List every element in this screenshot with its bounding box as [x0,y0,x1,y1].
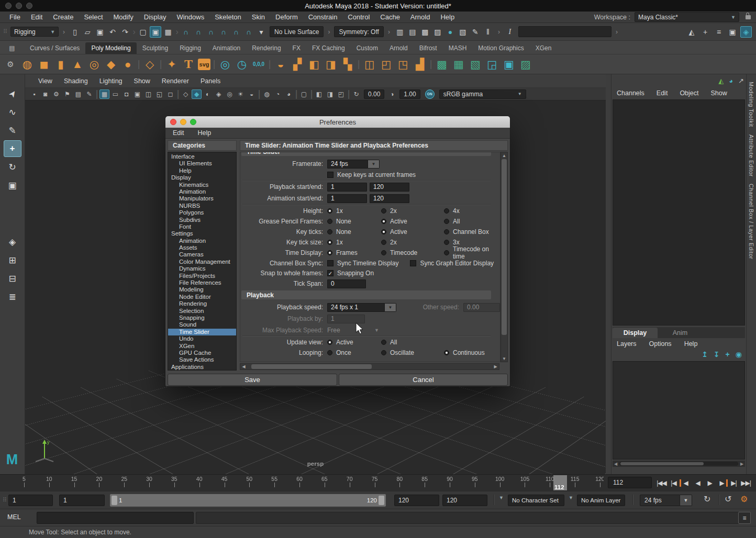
panel-menu-item[interactable]: Renderer [156,77,195,85]
symmetry-field[interactable]: Symmetry: Off [334,26,383,37]
radio-option[interactable]: Channel Box [444,228,500,236]
render-settings-icon[interactable]: ▨ [432,26,443,38]
play-backwards-button[interactable]: ◀ [692,479,704,487]
exposure-icon[interactable]: ↻ [351,89,361,99]
time-tick[interactable]: 85 [412,475,437,491]
colorspace-dropdown[interactable]: sRGB gamma ▼ [439,89,526,99]
panel-menu-item[interactable]: Shading [58,77,94,85]
field-chart-icon[interactable]: ◫ [143,89,153,99]
snapping-on-checkbox[interactable]: ✓ [327,270,333,276]
cancel-button[interactable]: Cancel [339,374,508,386]
move-tool-icon[interactable]: + [4,140,21,157]
shelf-tab[interactable]: Rigging [174,42,207,54]
shadows-icon[interactable]: ◒ [247,89,257,99]
time-tick[interactable]: 100 [487,475,513,491]
poly-cylinder-icon[interactable]: ▮ [53,57,68,72]
window-controls[interactable] [5,3,32,9]
chevron-down-icon[interactable]: ▼ [499,495,504,500]
category-item[interactable]: Dynamics [168,265,236,272]
playback-start-field[interactable]: 1 [327,183,367,192]
scroll-left-icon[interactable]: ◀ [613,462,619,466]
tab-channel-box-layer-editor[interactable]: Channel Box / Layer Editor [748,184,754,259]
shelf-tab[interactable]: FX [287,42,306,54]
go-to-start-button[interactable]: |◀◀ [655,479,668,487]
character-controls-icon[interactable]: + [699,26,711,38]
panel-menu-item[interactable]: View [32,77,58,85]
time-tick[interactable]: 10 [37,475,62,491]
quad-draw-icon[interactable]: ▩ [435,57,449,72]
pause-icon[interactable]: ‖ [482,26,494,38]
poly-star-icon[interactable]: ✦ [164,57,179,72]
radio-option[interactable]: Continuous [444,349,500,356]
grid-icon[interactable]: ▦ [99,89,109,99]
shelf-tab[interactable]: Motion Graphics [472,42,529,54]
radio-option[interactable]: Oscillate [381,349,444,356]
tab-attribute-editor[interactable]: Attribute Editor [748,134,754,177]
category-item[interactable]: Save Actions [168,356,236,363]
step-forward-frame-button[interactable]: ▶| [728,479,740,487]
film-gate-icon[interactable]: ▭ [110,89,120,99]
paint-effects-icon[interactable]: ✎ [470,26,481,38]
radio-option[interactable]: None [327,218,381,225]
snap-to-view-plane-icon[interactable]: ∩ [230,26,242,38]
radio-option[interactable]: All [381,339,444,346]
scroll-left-icon[interactable]: ◀ [240,364,247,369]
time-tick[interactable]: 35 [162,475,187,491]
select-component-icon[interactable]: ▦ [162,26,174,38]
separator[interactable]: | [347,89,350,99]
panel-splitter[interactable] [606,74,612,474]
safe-action-icon[interactable]: ◱ [154,89,164,99]
shelf-tab[interactable]: Bifrost [414,42,443,54]
radio-option[interactable]: 2x [381,239,444,246]
menu-item[interactable]: Windows [171,13,209,21]
shelf-tab[interactable]: Rendering [246,42,286,54]
contrast-icon[interactable]: ◑ [387,89,397,99]
channel-list-area[interactable] [613,99,745,326]
section-collapse-icon[interactable]: › [616,28,618,36]
symmetry-icon[interactable]: ◲ [485,57,499,72]
light-editor-icon[interactable]: ▧ [457,26,469,38]
lighting-icon[interactable]: ☀ [236,89,246,99]
separator[interactable]: › [132,26,136,38]
poly-disc-icon[interactable]: ● [120,57,135,72]
time-tick[interactable]: 25 [112,475,137,491]
boolean-union-icon[interactable]: ◧ [307,57,321,72]
time-tick[interactable]: 65 [312,475,337,491]
svg-icon[interactable]: svg [198,59,210,70]
category-item[interactable]: Undo [168,335,236,342]
speed-state-icon[interactable]: ◕ [729,77,733,85]
menu-set-dropdown[interactable]: Rigging ▼ [10,27,59,37]
category-item[interactable]: Modeling [168,286,236,293]
gamma-field[interactable]: 1.00 [399,89,420,99]
fps-dropdown[interactable]: 24 fps ▼ [640,495,692,506]
time-tick[interactable]: 15 [62,475,87,491]
category-item[interactable]: GPU Cache [168,350,236,356]
step-forward-key-button[interactable]: ▶ [716,479,728,487]
channel-box-menu-item[interactable]: Channels [617,89,651,97]
outliner-toggle-icon[interactable]: ▣ [727,26,738,38]
range-start-handle[interactable] [112,496,117,505]
sync-timeline-checkbox[interactable] [327,260,333,266]
select-hierarchy-icon[interactable]: ▢ [137,26,149,38]
category-item[interactable]: File References [168,279,236,286]
rotate-tool-icon[interactable]: ↻ [4,159,21,175]
radio-option[interactable]: 2x [381,207,444,215]
category-item[interactable]: Animation [168,188,236,195]
make-live-icon[interactable]: ∩ [243,26,254,38]
poly-torus-icon[interactable]: ◎ [87,57,102,72]
render-setup-icon[interactable]: ● [444,26,456,38]
layer-menu-item[interactable]: Options [649,340,672,348]
time-slider[interactable]: 5101520253035404550556065707580859095100… [0,474,756,491]
channel-box-menu-item[interactable]: Object [680,89,705,97]
auto-keyframe-icon[interactable]: ⚙ [740,494,748,504]
resolution-gate-icon[interactable]: ◘ [121,89,131,99]
horizontal-scrollbar[interactable]: ◀ ▶ [240,363,499,370]
dialog-menu-item[interactable]: Help [198,129,212,137]
separator[interactable]: › [175,26,179,38]
time-tick[interactable]: 90 [437,475,462,491]
layer-menu-item[interactable]: Layers [617,340,637,348]
separate-icon[interactable]: ▞ [290,57,305,72]
bevel-icon[interactable]: ◰ [379,57,394,72]
current-time-field[interactable]: 112 [608,477,652,488]
shelf-tab[interactable]: FX Caching [306,42,351,54]
